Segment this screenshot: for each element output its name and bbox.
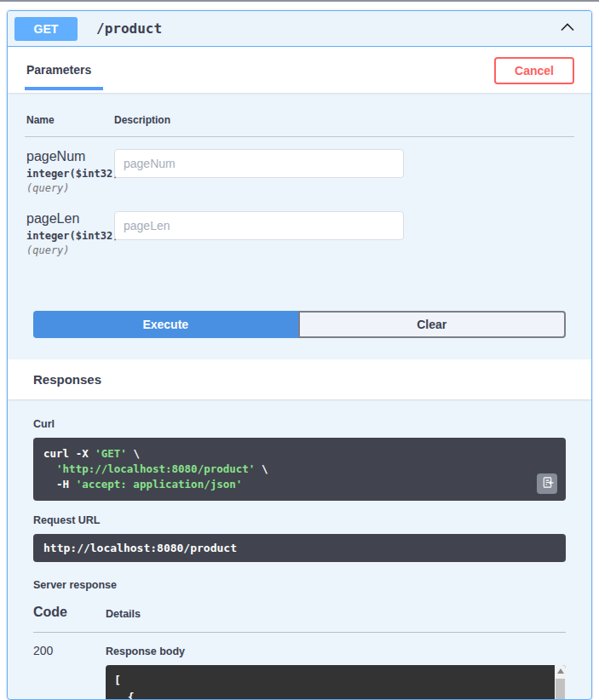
param-row-pagelen: pageLen integer($int32) (query) (25, 199, 574, 261)
param-row-pagenum: pageNum integer($int32) (query) (25, 137, 574, 199)
chevron-up-icon (559, 26, 576, 38)
scrollbar-thumb[interactable] (556, 679, 565, 700)
execute-button[interactable]: Execute (33, 311, 298, 338)
response-table-header: Code Details (33, 605, 566, 633)
response-body-code: [ { "id": 128, "title": "Колесо R18 Кова… (114, 674, 341, 700)
request-url-label: Request URL (33, 514, 566, 526)
tab-parameters-label: Parameters (25, 60, 103, 90)
request-url-value: http://localhost:8080/product (33, 534, 566, 562)
pagelen-input[interactable] (114, 211, 404, 240)
curl-command-block[interactable]: curl -X 'GET' \ 'http://localhost:8080/p… (33, 438, 566, 501)
section-header-responses: Responses (8, 359, 591, 399)
column-header-description: Description (114, 114, 170, 126)
param-type: integer($int32) (26, 168, 114, 180)
curl-label: Curl (33, 418, 566, 430)
responses-title: Responses (33, 372, 566, 387)
parameters-section: Name Description pageNum integer($int32)… (8, 93, 591, 338)
curl-command-code: curl -X 'GET' \ 'http://localhost:8080/p… (43, 447, 268, 491)
endpoint-path: /product (96, 20, 162, 37)
column-header-name: Name (25, 114, 114, 126)
scrollbar[interactable] (555, 665, 566, 700)
column-header-details: Details (106, 608, 141, 620)
server-response-label: Server response (33, 579, 566, 591)
column-header-code: Code (33, 605, 106, 620)
clear-button[interactable]: Clear (298, 311, 567, 338)
param-location: (query) (26, 244, 114, 256)
execute-wrapper: Execute Clear (33, 311, 566, 338)
section-header-parameters: Parameters Cancel (8, 47, 591, 93)
param-type: integer($int32) (26, 230, 114, 242)
copy-to-clipboard-icon (541, 476, 554, 491)
response-row-200: 200 Response body [ { "id": 128, "title"… (33, 633, 566, 700)
param-name: pageNum (26, 149, 114, 164)
collapse-button[interactable] (550, 15, 585, 42)
section-divider (0, 0, 599, 2)
pagenum-input[interactable] (114, 149, 404, 178)
responses-section: Curl curl -X 'GET' \ 'http://localhost:8… (8, 399, 591, 700)
opblock-summary[interactable]: GET /product (8, 11, 591, 47)
response-body-block[interactable]: [ { "id": 128, "title": "Колесо R18 Кова… (106, 665, 566, 700)
scroll-up-arrow-icon[interactable] (555, 665, 566, 677)
cancel-button[interactable]: Cancel (494, 57, 574, 84)
tab-parameters[interactable]: Parameters (25, 60, 103, 90)
param-name: pageLen (26, 211, 114, 227)
status-code: 200 (33, 644, 106, 700)
parameters-table-header: Name Description (25, 114, 574, 137)
copy-to-clipboard-button[interactable] (537, 473, 557, 494)
param-location: (query) (26, 182, 114, 194)
response-body-label: Response body (106, 645, 566, 657)
opblock-get-product: GET /product Parameters Cancel Name Desc… (7, 10, 592, 700)
http-method-badge: GET (14, 17, 78, 41)
